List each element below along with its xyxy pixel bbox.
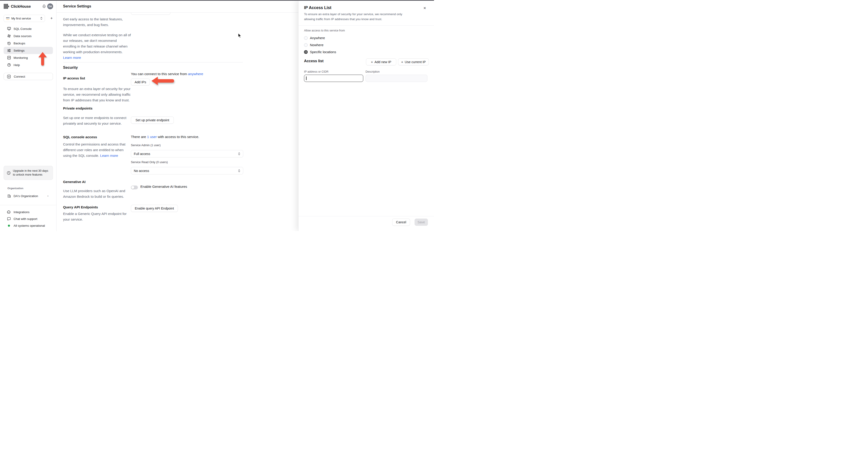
release-channel-para1: Get early access to the latest features,… (63, 16, 131, 28)
status-label: All systems operational (13, 224, 45, 227)
release-channel-para2: While we conduct extensive testing on al… (63, 32, 131, 60)
brand: ClickHouse (4, 3, 31, 9)
setup-private-endpoint-button[interactable]: Set up private endpoint (131, 117, 174, 124)
anywhere-link[interactable]: anywhere (188, 72, 203, 76)
clickhouse-logo-icon (4, 4, 9, 9)
save-button[interactable]: Save (414, 219, 428, 226)
query-api-title: Query API Endpoints (63, 205, 98, 209)
avatar[interactable]: DA (47, 3, 53, 9)
system-status[interactable]: All systems operational (0, 222, 57, 229)
sidebar-item-label: Data sources (13, 34, 32, 38)
sidebar-item-label: Chat with support (13, 217, 37, 221)
description-label: Description (366, 70, 380, 73)
organization-switcher[interactable]: DA's Organization › (0, 193, 57, 199)
chevron-up-down-icon (238, 152, 240, 155)
chevron-up-down-icon (40, 17, 42, 20)
plus-icon: + (401, 60, 403, 64)
close-icon[interactable]: ✕ (422, 5, 428, 11)
building-icon (7, 194, 11, 198)
status-green-dot (8, 225, 10, 227)
learn-more-link[interactable]: Learn more (63, 56, 81, 59)
sidebar-item-sql-console[interactable]: SQL Console (0, 25, 57, 32)
annotation-arrow-add-ips (151, 77, 174, 86)
description-input[interactable] (366, 75, 428, 82)
settings-sliders-icon (7, 49, 11, 53)
puzzle-icon (7, 210, 11, 214)
generative-ai-description: Use LLM providers such as OpenAI and Ama… (63, 188, 131, 199)
use-current-ip-button[interactable]: + Use current IP (398, 58, 429, 65)
sidebar-item-backups[interactable]: Backups (0, 39, 57, 47)
notifications-bell-icon[interactable] (42, 4, 46, 8)
connect-icon (7, 75, 11, 79)
sql-console-users-status: There are 1 user with access to this ser… (131, 135, 199, 139)
ip-access-list-description: To ensure an extra layer of security for… (63, 86, 131, 103)
organization-section-label: Organization (7, 187, 23, 190)
add-service-button[interactable]: + (49, 15, 55, 22)
cancel-button[interactable]: Cancel (392, 219, 410, 226)
sidebar-item-monitoring[interactable]: Monitoring (0, 54, 57, 61)
upgrade-notice[interactable]: Upgrade in the next 30 days to unlock mo… (4, 166, 53, 180)
plus-icon: + (371, 60, 373, 64)
sql-console-access-title: SQL console access (63, 135, 97, 139)
one-user-link[interactable]: 1 user (147, 135, 157, 139)
radio-specific-locations[interactable]: Specific locations (304, 49, 336, 55)
sidebar-item-chat-support[interactable]: Chat with support (0, 215, 57, 222)
service-admin-select[interactable]: Full access (131, 150, 243, 157)
chevron-right-icon: › (48, 194, 49, 198)
service-admin-label: Service Admin (1 user) (131, 143, 161, 147)
ip-access-list-panel: IP Access List ✕ To ensure an extra laye… (298, 0, 434, 231)
learn-more-link[interactable]: Learn more (100, 154, 118, 157)
chat-bubble-icon (7, 217, 11, 221)
panel-title: IP Access List (304, 5, 331, 10)
service-readonly-label: Service Read Only (0 users) (131, 161, 168, 164)
ip-cidr-label: IP address or CIDR (304, 70, 329, 73)
service-selector-label: My first service (11, 17, 40, 20)
generative-ai-toggle[interactable] (131, 185, 138, 190)
main-area: Service Settings Get early access to the… (57, 0, 298, 231)
generative-ai-title: Generative AI (63, 180, 86, 184)
data-sources-icon (7, 34, 11, 38)
generative-ai-toggle-label: Enable Generative AI features (141, 184, 187, 189)
aws-provider-icon: aws (6, 17, 9, 20)
service-selector[interactable]: aws My first service (4, 15, 45, 22)
sidebar-item-integrations[interactable]: Integrations (0, 209, 57, 215)
sql-console-icon (7, 27, 11, 31)
annotation-arrow-settings (38, 52, 47, 66)
radio-selected-icon (304, 50, 308, 54)
text-caret (306, 77, 307, 80)
security-heading: Security (63, 65, 78, 70)
add-new-ip-button[interactable]: + Add new IP (366, 58, 396, 65)
enable-query-api-button[interactable]: Enable query API Endpoint (131, 205, 178, 212)
radio-circle-icon (304, 43, 308, 47)
ip-access-status: You can connect to this service from any… (131, 72, 203, 76)
ip-cidr-input[interactable] (304, 75, 363, 82)
backups-icon (7, 41, 11, 45)
page-title: Service Settings (63, 4, 91, 8)
service-admin-value: Full access (134, 152, 238, 156)
private-endpoints-title: Private endpoints (63, 106, 92, 110)
panel-description: To ensure an extra layer of security for… (304, 12, 412, 22)
allow-access-label: Allow access to this service from (304, 29, 345, 32)
mouse-cursor (238, 33, 242, 38)
service-readonly-select[interactable]: No access (131, 167, 243, 174)
radio-nowhere[interactable]: Nowhere (304, 41, 323, 49)
add-ips-button[interactable]: Add IPs (131, 79, 150, 86)
access-list-heading: Access list (304, 59, 323, 63)
sidebar-item-label: SQL Console (13, 27, 32, 31)
brand-name: ClickHouse (11, 4, 31, 8)
query-api-description: Enable a Generic Query API endpoint for … (63, 211, 131, 222)
sidebar-item-label: Integrations (13, 210, 30, 214)
sidebar-divider (0, 205, 57, 205)
help-icon (7, 63, 11, 67)
connect-button[interactable]: Connect (4, 73, 53, 80)
connect-label: Connect (14, 75, 25, 78)
sidebar-item-data-sources[interactable]: Data sources (0, 32, 57, 39)
service-readonly-value: No access (134, 169, 238, 173)
sidebar-item-label: Backups (13, 41, 25, 45)
radio-anywhere[interactable]: Anywhere (304, 34, 325, 41)
sidebar-item-help[interactable]: Help (0, 61, 57, 68)
sidebar-item-label: Monitoring (13, 56, 28, 59)
monitoring-chart-icon (7, 56, 11, 60)
sidebar-nav: SQL Console Data sources Backups (0, 25, 57, 68)
sidebar: ClickHouse DA aws My first service + SQL… (0, 0, 57, 231)
